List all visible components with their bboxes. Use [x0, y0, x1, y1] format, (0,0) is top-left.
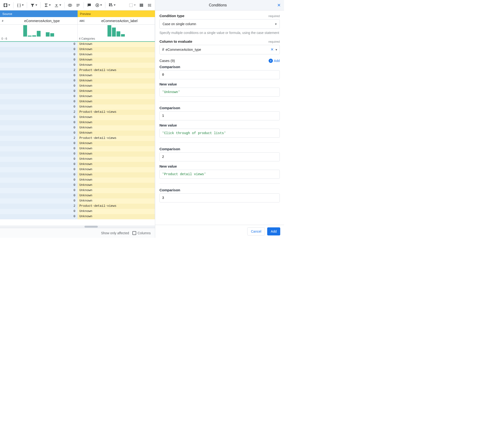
table-row[interactable]: 0Unknown: [0, 157, 155, 162]
table-row[interactable]: 2Product·detail·views: [0, 204, 155, 209]
svg-point-5: [150, 4, 151, 5]
new-value-input[interactable]: [159, 88, 280, 96]
preview-profile[interactable]: 4 Categories: [78, 25, 155, 41]
join-button[interactable]: [66, 2, 73, 9]
table-row[interactable]: 0Unknown: [0, 167, 155, 172]
column-menu-button[interactable]: [138, 2, 145, 9]
comment-button[interactable]: [86, 2, 93, 9]
clear-column-button[interactable]: ✕: [270, 47, 274, 52]
column-to-evaluate-select[interactable]: # eCommerceAction_type ✕ ▾: [159, 45, 280, 54]
horizontal-scrollbar[interactable]: [0, 225, 155, 228]
table-row[interactable]: 0Unknown: [0, 183, 155, 188]
preview-cell: Product·detail·views: [78, 110, 155, 115]
cancel-button[interactable]: Cancel: [247, 227, 265, 235]
required-badge: required: [268, 40, 280, 43]
condition-type-select[interactable]: Case on single column ▾: [159, 19, 280, 29]
merge-button[interactable]: [2, 2, 11, 9]
add-button[interactable]: Add: [267, 227, 280, 235]
table-row[interactable]: 0Unknown: [0, 162, 155, 167]
comparison-input[interactable]: [159, 111, 280, 120]
source-column-header[interactable]: # eCommerceAction_type: [0, 17, 78, 24]
preview-tab[interactable]: Preview: [78, 11, 155, 17]
new-value-input[interactable]: [159, 170, 280, 179]
table-row[interactable]: 0Unknown: [0, 151, 155, 157]
table-row[interactable]: 0Unknown: [0, 193, 155, 199]
table-row[interactable]: 0Unknown: [0, 57, 155, 63]
table-row[interactable]: 0Unknown: [0, 78, 155, 84]
table-row[interactable]: 0Unknown: [0, 125, 155, 131]
panel-body: Condition type required Case on single c…: [155, 11, 284, 225]
data-grid-pane: Source Preview # eCommerceAction_type AB…: [0, 0, 155, 238]
source-cell: 0: [0, 199, 78, 204]
source-cell: 0: [0, 78, 78, 84]
source-cell: 0: [0, 157, 78, 162]
table-row[interactable]: 0Unknown: [0, 63, 155, 68]
add-case-button[interactable]: + Add: [269, 59, 280, 63]
table-row[interactable]: 2Product·detail·views: [0, 68, 155, 73]
source-cell: 0: [0, 151, 78, 157]
table-row[interactable]: 0Unknown: [0, 146, 155, 151]
table-row[interactable]: 0Unknown: [0, 141, 155, 146]
source-tab[interactable]: Source: [0, 11, 78, 17]
preview-cell: Unknown: [78, 99, 155, 104]
chevron-down-icon: ▾: [275, 22, 277, 26]
new-value-input[interactable]: [159, 129, 280, 138]
grid-footer: Show only affected Columns: [0, 228, 155, 238]
table-row[interactable]: 0Unknown: [0, 52, 155, 57]
histogram-bar: [108, 25, 111, 36]
table-row[interactable]: 0Unknown: [0, 115, 155, 120]
source-cell: 0: [0, 94, 78, 99]
table-row[interactable]: 0Unknown: [0, 42, 155, 47]
table-row[interactable]: 2Product·detail·views: [0, 110, 155, 115]
text-format-button[interactable]: [74, 2, 82, 9]
pivot-button[interactable]: [53, 2, 62, 9]
histogram-bar: [121, 34, 125, 36]
table-row[interactable]: 0Unknown: [0, 178, 155, 183]
table-row[interactable]: 0Unknown: [0, 214, 155, 219]
source-cell: 0: [0, 104, 78, 110]
table-row[interactable]: 0Unknown: [0, 47, 155, 52]
comparison-input[interactable]: [159, 193, 280, 202]
select-button[interactable]: [127, 2, 137, 9]
source-profile[interactable]: 0 - 6: [0, 25, 78, 41]
source-cell: 0: [0, 193, 78, 199]
display-settings-button[interactable]: [146, 2, 153, 9]
source-cell: 0: [0, 178, 78, 183]
table-row[interactable]: 0Unknown: [0, 131, 155, 136]
table-row[interactable]: 2Product·detail·views: [0, 136, 155, 141]
column-to-evaluate-value: eCommerceAction_type: [166, 48, 270, 52]
table-row[interactable]: 0Unknown: [0, 120, 155, 125]
table-row[interactable]: 0Unknown: [0, 99, 155, 104]
histogram-bar: [46, 32, 50, 36]
target-button[interactable]: [94, 2, 103, 9]
preview-cell: Unknown: [78, 172, 155, 178]
source-cell: 0: [0, 63, 78, 68]
table-row[interactable]: 0Unknown: [0, 104, 155, 110]
preview-cell: Unknown: [78, 115, 155, 120]
preview-cell: Product·detail·views: [78, 204, 155, 209]
source-cell: 0: [0, 141, 78, 146]
table-row[interactable]: 0Unknown: [0, 89, 155, 94]
columns-toggle[interactable]: Columns: [132, 231, 151, 235]
table-row[interactable]: 0Unknown: [0, 209, 155, 214]
table-row[interactable]: 0Unknown: [0, 188, 155, 193]
close-panel-button[interactable]: ✕: [277, 3, 281, 8]
table-row[interactable]: 0Unknown: [0, 199, 155, 204]
source-cell: 0: [0, 162, 78, 167]
table-row[interactable]: 0Unknown: [0, 73, 155, 78]
data-body[interactable]: 0Unknown0Unknown0Unknown0Unknown0Unknown…: [0, 42, 155, 225]
condition-type-value: Case on single column: [162, 22, 275, 26]
preview-cell: Unknown: [78, 183, 155, 188]
preview-cell: Product·detail·views: [78, 136, 155, 141]
aggregate-button[interactable]: [107, 2, 117, 9]
table-row[interactable]: 0Unknown: [0, 84, 155, 89]
preview-column-header[interactable]: ABC eCommerceAction_label: [78, 17, 155, 24]
comparison-input[interactable]: [159, 152, 280, 161]
table-row[interactable]: 0Unknown: [0, 94, 155, 99]
table-row[interactable]: 0Unknown: [0, 172, 155, 178]
formula-button[interactable]: [15, 2, 25, 9]
source-cell: 0: [0, 99, 78, 104]
comparison-input[interactable]: [159, 70, 280, 79]
filter-button[interactable]: [29, 2, 38, 9]
sigma-button[interactable]: [42, 2, 52, 9]
